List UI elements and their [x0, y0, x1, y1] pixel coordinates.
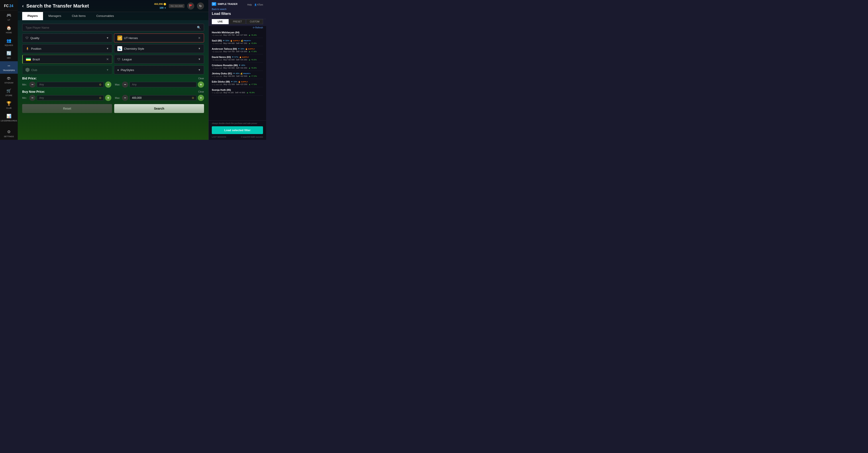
player-pct: ▼ 33% — [231, 81, 237, 83]
club-label: Club — [31, 68, 37, 72]
player-rating: Cristiano Ronaldo (86) — [212, 64, 238, 66]
refresh-button[interactable]: ⟳ Refresh — [253, 26, 263, 29]
player-change: ▲ +7.2% — [249, 75, 257, 78]
player-sell-price: Sell <34 250 — [236, 59, 247, 61]
sidebar-item-transfers[interactable]: ↔ Transfers — [0, 61, 18, 74]
sidebar-item-settings[interactable]: ⚙ Settings — [0, 127, 18, 140]
reset-button[interactable]: Reset — [22, 104, 112, 113]
player-buy-price: Buy <32 000 — [223, 67, 235, 69]
league-filter[interactable]: 🛡 League ▼ — [114, 55, 204, 64]
list-item[interactable]: Edin Džeko (88) ▼ 33% 🔥 SUPPLY <~1 min l… — [212, 79, 263, 87]
sidebar-item-store[interactable]: 🛒 Store — [0, 86, 18, 99]
back-to-search-link[interactable]: Back to search — [212, 8, 263, 10]
buy-now-max-increase[interactable]: + — [198, 95, 204, 101]
bid-max-increase[interactable]: + — [198, 81, 204, 88]
special-filter[interactable]: UT UT Heroes ✕ — [114, 33, 204, 43]
list-item[interactable]: Saúl (85) ▼ 50% 🔥 SUPPLY 💰 PROFIT+ ~5 mi… — [212, 38, 263, 46]
bid-min-label: Min: — [22, 83, 28, 86]
last-session-value: 0 search/0 bid/0 success — [241, 136, 263, 138]
buy-now-max-decrease[interactable]: − — [122, 95, 128, 101]
help-link[interactable]: Help — [247, 4, 252, 6]
supply-tag: 🔥 SUPPLY — [238, 81, 248, 83]
bid-max-decrease[interactable]: − — [122, 81, 128, 88]
last-session-row: LAST SESSION 0 search/0 bid/0 success — [212, 136, 263, 138]
quality-icon: 🛡 — [26, 36, 29, 40]
sbc-icon: 🔄 — [6, 51, 11, 56]
player-change: ▲ +6.6% — [248, 59, 256, 61]
list-item[interactable]: Jérémy Doku (81) ▼ 48% 💰 PROFIT+ <~1 min… — [212, 71, 263, 79]
list-item[interactable]: Svenja Huth (85) <~1 min left Buy <4 100… — [212, 87, 263, 95]
bid-min-input[interactable] — [39, 83, 98, 86]
tab-managers[interactable]: Managers — [43, 12, 66, 20]
sidebar-item-squads[interactable]: 👥 Squads — [0, 36, 18, 49]
bid-max-input[interactable] — [132, 83, 194, 86]
header-right: 466,996 🟡 100 ▼ Est. Oct 2020 🚩 ↻ — [154, 2, 204, 9]
buy-now-min-coin-icon: ⊙ — [99, 96, 101, 100]
bid-min-coin-icon: ⊙ — [99, 83, 101, 86]
tab-consumables[interactable]: Consumables — [91, 12, 119, 20]
sidebar-item-leaderboards[interactable]: 📊 Leaderboards — [0, 111, 18, 124]
list-item[interactable]: Henrikh Mkhitaryan (84) ~5 mins left Buy… — [212, 30, 263, 38]
back-button[interactable]: ‹ — [22, 3, 24, 8]
search-icon: 🔍 — [197, 26, 201, 29]
search-button[interactable]: Search — [114, 104, 204, 113]
buy-now-min-input[interactable] — [39, 96, 98, 100]
sidebar-item-ea[interactable]: 🎮 UT — [0, 11, 18, 23]
filter-tab-preset[interactable]: PRESET — [229, 19, 246, 24]
tab-players[interactable]: Players — [22, 12, 43, 20]
playstyles-filter[interactable]: ♦ PlayStyles ▼ — [114, 65, 204, 74]
filter-tab-live[interactable]: LIVE — [212, 19, 229, 24]
player-rating: Anderson Talisca (84) — [212, 48, 237, 50]
filter-tab-custom[interactable]: CUSTOM — [246, 19, 263, 24]
leaderboards-icon: 📊 — [6, 114, 11, 118]
transfers-icon: ↔ — [7, 63, 11, 68]
coins-display: 466,996 🟡 100 ▼ — [154, 2, 166, 9]
position-filter[interactable]: 🧍 Position ▼ — [22, 44, 112, 53]
heroes-icon: UT — [117, 35, 122, 40]
bid-min-decrease[interactable]: − — [29, 81, 35, 88]
player-name-input[interactable] — [26, 26, 195, 29]
bid-min-increase[interactable]: + — [105, 81, 111, 88]
nationality-filter[interactable]: Brazil ✕ — [22, 55, 112, 64]
list-item[interactable]: Cristiano Ronaldo (86) ▼ 49% ~2 mins lef… — [212, 63, 263, 71]
tab-club-items[interactable]: Club Items — [66, 12, 91, 20]
player-change: ▲ +7.8% — [248, 50, 256, 53]
profit-tag: 💰 PROFIT+ — [241, 40, 251, 42]
player-rating: Jérémy Doku (81) — [212, 72, 232, 75]
buy-now-clear-button[interactable]: Clear — [198, 90, 204, 93]
player-pct: ▼ 34% — [238, 48, 244, 50]
sidebar-item-sbc[interactable]: 🔄 SBC — [0, 49, 18, 61]
player-buy-price: Buy <58 000 — [223, 75, 235, 78]
quality-label: Quality — [30, 36, 39, 40]
brazil-flag-icon — [26, 58, 31, 61]
pts-amount: 100 — [159, 6, 163, 9]
club-filter[interactable]: Club ▼ — [22, 65, 112, 74]
sidebar-item-club[interactable]: 🏆 Club — [0, 99, 18, 111]
sidebar-item-stadium[interactable]: 🏟 Stadium — [0, 74, 18, 86]
special-close-icon[interactable]: ✕ — [198, 36, 201, 40]
player-change: ▲ +8.9% — [246, 91, 255, 94]
refresh-button[interactable]: ↻ — [197, 2, 204, 9]
quality-filter[interactable]: 🛡 Quality ▼ — [22, 33, 112, 43]
bid-max-label: Max: — [115, 83, 120, 86]
player-time: ~2 mins left — [212, 67, 222, 69]
player-time: ~5 mins left — [212, 51, 222, 53]
right-panel: ST SIMPLE TRADER Help 👤 KTom Back to sea… — [209, 0, 266, 140]
buy-now-min-increase[interactable]: + — [105, 95, 111, 101]
list-item[interactable]: David Neres (83) ▼ 57% 🔥 SUPPLY ~4 mins … — [212, 54, 263, 63]
flag-button[interactable]: 🚩 — [187, 2, 194, 9]
special-label: UT Heroes — [124, 36, 138, 40]
list-item[interactable]: Anderson Talisca (84) ▼ 34% 🔥 SUPPLY ~5 … — [212, 46, 263, 54]
sidebar: FC 24 🎮 UT 🏠 Home 👥 Squads 🔄 SBC ↔ Trans… — [0, 0, 18, 140]
nationality-close-icon[interactable]: ✕ — [106, 57, 109, 61]
chemistry-filter[interactable]: 👟 Chemistry Style ▼ — [114, 44, 204, 53]
est-badge: Est. Oct 2020 — [169, 4, 185, 8]
sidebar-item-home[interactable]: 🏠 Home — [0, 23, 18, 36]
buy-now-min-decrease[interactable]: − — [29, 95, 35, 101]
user-link[interactable]: 👤 KTom — [254, 4, 263, 6]
buy-now-max-input[interactable] — [132, 96, 190, 100]
load-selected-filter-button[interactable]: Load selected filter — [212, 126, 263, 134]
player-time: ~4 mins left — [212, 59, 222, 61]
bid-clear-button[interactable]: Clear — [198, 77, 204, 80]
panel-footer: Always double-check the purchase and sal… — [209, 120, 266, 140]
